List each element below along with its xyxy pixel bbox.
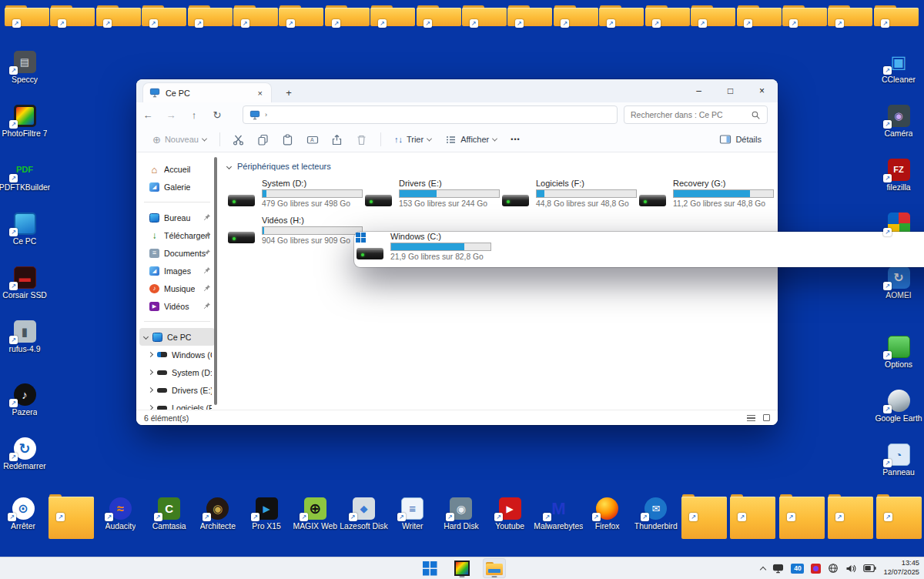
malwarebytes-tray-icon[interactable] xyxy=(811,564,821,574)
shortcut-ovni[interactable]: ↗ Ovni xyxy=(782,5,828,26)
tree-chevron-icon[interactable] xyxy=(148,370,153,375)
shortcut-infos[interactable]: ↗ Infos xyxy=(233,5,279,26)
shortcut-ce-pc-desktop[interactable]: ↗ Ce PC xyxy=(0,209,49,263)
sidebar-telechargements[interactable]: ↓ Téléchargements xyxy=(139,226,215,244)
shortcut-options[interactable]: ↗ Options xyxy=(874,333,923,387)
paste-button[interactable] xyxy=(277,130,299,149)
shortcut-redemarrer[interactable]: ↻ ↗ Redémarrer xyxy=(0,434,49,488)
sidebar-scrollbar[interactable] xyxy=(214,157,217,405)
delete-button[interactable] xyxy=(351,130,373,149)
shortcut-logiciels[interactable]: ↗ Logiciels xyxy=(370,5,416,26)
sidebar-images[interactable]: ◢ Images xyxy=(139,262,215,279)
shortcut-corsair-ssd[interactable]: ▬ ↗ Corsair SSD xyxy=(0,263,49,317)
shortcut-my-record[interactable]: ↗ My Record xyxy=(779,494,825,539)
address-bar[interactable]: › xyxy=(243,105,618,124)
taskbar-file-explorer[interactable] xyxy=(483,558,506,578)
shortcut-aomei[interactable]: ↻ ↗ AOMEI xyxy=(874,263,923,317)
drive-drivers-e[interactable]: Drivers (E:) 153 Go libres sur 244 Go xyxy=(363,179,500,214)
tree-system-d[interactable]: System (D:) xyxy=(144,363,215,381)
shortcut-arreter[interactable]: ⊙ ↗ Arrêter xyxy=(0,494,46,539)
shortcut-dossiers[interactable]: ↗ Dossiers xyxy=(96,5,142,26)
shortcut-3d[interactable]: ↗ 3D xyxy=(5,5,50,26)
shortcut-telecharge[interactable]: ↗ Télécharge xyxy=(681,494,728,539)
shortcut-univers[interactable]: ↗ Univers xyxy=(737,5,782,26)
shortcut-drivers[interactable]: ↗ Drivers xyxy=(730,494,776,539)
tree-chevron-icon[interactable] xyxy=(148,352,153,357)
drive-recovery-g[interactable]: Recovery (G:) 11,2 Go libres sur 48,8 Go xyxy=(637,179,774,214)
volume-icon[interactable] xyxy=(845,564,856,574)
shortcut-filezilla[interactable]: FZ ↗ filezilla xyxy=(874,156,923,209)
shortcut-panneau[interactable]: ◔ ↗ Panneau xyxy=(874,440,923,494)
shortcut-youtube[interactable]: ▶ ↗ Youtube xyxy=(487,494,533,539)
shortcut-google-earth[interactable]: ↗ Google Earth xyxy=(874,387,923,440)
shortcut-site[interactable]: ↗ Site xyxy=(645,5,691,26)
shortcut-magix-web[interactable]: ⊕ ↗ MAGIX Web xyxy=(292,494,338,539)
drive-logiciels-f[interactable]: Logiciels (F:) 44,8 Go libres sur 48,8 G… xyxy=(500,179,637,214)
tree-ce-pc[interactable]: Ce PC xyxy=(139,328,215,346)
shortcut-pdf[interactable]: ↗ PDF xyxy=(417,5,462,26)
shortcut-web[interactable]: ↗ Web xyxy=(874,5,919,26)
minimize-button[interactable]: – xyxy=(683,79,715,102)
view-button[interactable]: Afficher xyxy=(440,130,502,149)
shortcut-musical[interactable]: ↗ Musical xyxy=(828,5,873,26)
drive-videos-h[interactable]: Vidéos (H:) 904 Go libres sur 909 Go xyxy=(226,216,363,251)
up-button[interactable]: ↑ xyxy=(182,109,206,121)
tray-monitor-icon[interactable] xyxy=(772,564,784,574)
new-tab-button[interactable]: + xyxy=(280,84,298,101)
shortcut-pro-x15[interactable]: ▶ ↗ Pro X15 xyxy=(243,494,290,539)
details-view-toggle-icon[interactable] xyxy=(747,415,755,421)
forward-button[interactable]: → xyxy=(159,109,182,121)
shortcut-ccleaner[interactable]: ▣ ↗ CCleaner xyxy=(874,48,923,102)
explorer-tab-ce-pc[interactable]: Ce PC × xyxy=(142,82,272,102)
shortcut-stock[interactable]: ↗ Stock xyxy=(691,5,736,26)
start-button[interactable] xyxy=(418,558,441,578)
shortcut-speccy[interactable]: ▤ ↗ Speccy xyxy=(0,48,49,102)
taskbar-clock[interactable]: 13:45 12/07/2025 xyxy=(883,559,919,577)
shortcut-photos[interactable]: ↗ Photos xyxy=(462,5,507,26)
share-button[interactable] xyxy=(326,130,348,149)
more-options-button[interactable]: ••• xyxy=(505,132,525,147)
shortcut-audacity[interactable]: ≈ ↗ Audacity xyxy=(97,494,143,539)
refresh-button[interactable]: ↻ xyxy=(206,109,229,121)
cut-button[interactable] xyxy=(228,130,249,149)
shortcut-firefox[interactable]: ↗ Firefox xyxy=(584,494,631,539)
shortcut-pazera[interactable]: ♪ ↗ Pazera xyxy=(0,380,49,434)
icons-view-toggle-icon[interactable] xyxy=(763,414,770,421)
back-button[interactable]: ← xyxy=(136,109,159,121)
shortcut-architecte[interactable]: ◉ ↗ Architecte xyxy=(195,494,241,539)
drive-windows-c[interactable]: Windows (C:) 21,9 Go libres sur 82,8 Go xyxy=(354,232,924,267)
shortcut-rufus-4-9[interactable]: ▮ ↗ rufus-4.9 xyxy=(0,317,49,371)
shortcut-clips[interactable]: ↗ Clips xyxy=(188,5,233,26)
search-box[interactable] xyxy=(624,105,768,124)
shortcut-divers[interactable]: ↗ Divers xyxy=(49,494,95,539)
sidebar-musique[interactable]: ♪ Musique xyxy=(139,279,215,297)
rename-button[interactable]: A xyxy=(302,130,323,149)
maximize-button[interactable]: □ xyxy=(715,79,746,102)
sort-button[interactable]: ↑↓ Trier xyxy=(389,131,437,148)
tray-expand-icon[interactable] xyxy=(760,566,766,572)
shortcut-log[interactable]: ↗ Log xyxy=(828,494,874,539)
shortcut-pdftkbuilder[interactable]: PDF ↗ PDFTKBuilder xyxy=(0,156,49,209)
tree-windows-c[interactable]: Windows (C:) xyxy=(144,346,215,363)
section-header[interactable]: Périphériques et lecteurs xyxy=(227,162,778,171)
shortcut-videos[interactable]: ↗ Vidéos xyxy=(876,494,922,539)
tree-chevron-icon[interactable] xyxy=(143,334,149,340)
shortcut-writer[interactable]: ≡ ↗ Writer xyxy=(390,494,436,539)
close-button[interactable]: × xyxy=(746,79,778,102)
shortcut-camera[interactable]: ◉ ↗ Caméra xyxy=(874,102,923,156)
shortcut-scan[interactable]: ↗ Scan xyxy=(554,5,599,26)
shortcut-textes[interactable]: ↗ Textes xyxy=(142,5,187,26)
taskbar-photofiltre[interactable] xyxy=(450,558,474,578)
battery-icon[interactable] xyxy=(863,564,876,573)
sidebar-documents[interactable]: ≡ Documents xyxy=(139,244,215,262)
details-pane-button[interactable]: Détails xyxy=(714,130,767,149)
shortcut-lazesoft-disk[interactable]: ◆ ↗ Lazesoft Disk xyxy=(341,494,387,539)
sidebar-bureau[interactable]: Bureau xyxy=(139,209,215,226)
tab-close-icon[interactable]: × xyxy=(256,89,265,98)
shortcut-photofiltre-7[interactable]: ↗ PhotoFiltre 7 xyxy=(0,102,49,156)
shortcut-droides[interactable]: ↗ Droides xyxy=(325,5,370,26)
shortcut-batiments[interactable]: ↗ Bâtiments xyxy=(50,5,95,26)
sidebar-galerie[interactable]: ◢ Galerie xyxy=(139,178,215,196)
shortcut-projets[interactable]: ↗ Projets xyxy=(507,5,553,26)
section-collapse-icon[interactable] xyxy=(226,163,232,169)
